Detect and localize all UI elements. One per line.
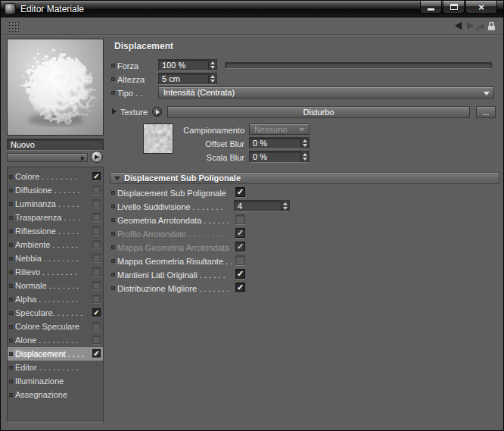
scala-blur-input[interactable]: 0 % bbox=[249, 151, 310, 163]
anim-dot-icon[interactable] bbox=[111, 232, 115, 236]
lock-icon[interactable] bbox=[487, 20, 496, 34]
sidebar-item-riflessione[interactable]: Riflessione . . . . . bbox=[8, 224, 103, 238]
channel-dot-icon bbox=[9, 352, 13, 356]
sidebar-item-editor[interactable]: Editor . . . . . . . . . bbox=[8, 361, 103, 374]
material-name-field[interactable]: Nuovo bbox=[7, 139, 104, 151]
anim-dot-icon[interactable] bbox=[111, 259, 115, 263]
sidebar-item-assegnazione[interactable]: Assegnazione bbox=[8, 388, 103, 401]
sidebar-item-trasparenza[interactable]: Trasparenza . . . . bbox=[8, 211, 103, 224]
sidebar-item-normale[interactable]: Normale . . . . . . . bbox=[8, 279, 103, 292]
row-label: Livello Suddivisione . . . . . . . bbox=[117, 202, 222, 212]
anim-dot-icon[interactable] bbox=[111, 91, 115, 95]
disclosure-triangle-icon[interactable] bbox=[112, 108, 117, 114]
channel-label: Trasparenza . . . . bbox=[15, 213, 80, 222]
stepper[interactable] bbox=[281, 201, 289, 211]
maximize-button[interactable] bbox=[443, 1, 465, 14]
channel-checkbox[interactable] bbox=[92, 281, 101, 289]
sidebar-item-diffusione[interactable]: Diffusione . . . . . . bbox=[8, 183, 103, 197]
channel-label: Alone . . . . . . . . . bbox=[15, 336, 78, 345]
channel-label: Riflessione . . . . . bbox=[15, 226, 79, 236]
sidebar-item-luminanza[interactable]: Luminanza . . . . . bbox=[8, 197, 103, 211]
mappa-geometria-risultante-checkbox[interactable] bbox=[235, 255, 245, 265]
sidebar-item-alone[interactable]: Alone . . . . . . . . . bbox=[8, 333, 103, 347]
channel-checkbox[interactable]: ✓ bbox=[92, 172, 101, 180]
nav-back-icon[interactable] bbox=[455, 22, 462, 30]
anim-dot-icon[interactable] bbox=[111, 218, 115, 222]
nav-forward-icon[interactable] bbox=[467, 22, 474, 30]
anim-dot-icon[interactable] bbox=[111, 191, 115, 195]
texture-expand-button[interactable] bbox=[152, 107, 162, 117]
channel-checkbox[interactable] bbox=[92, 295, 101, 303]
texture-browse-button[interactable]: ... bbox=[476, 106, 496, 118]
spin-up-icon[interactable] bbox=[303, 153, 307, 156]
altezza-label: Altezza bbox=[117, 75, 145, 85]
section-displacement-sub-poligonale[interactable]: Displacement Sub Poligonale bbox=[110, 172, 499, 184]
anim-dot-icon[interactable] bbox=[111, 273, 115, 276]
sidebar-item-colore-speculare[interactable]: Colore Speculare bbox=[8, 320, 103, 333]
forza-input[interactable]: 100 % bbox=[158, 59, 217, 71]
channel-checkbox[interactable] bbox=[92, 336, 101, 344]
sidebar-item-speculare[interactable]: Speculare. . . . . . .✓ bbox=[8, 306, 103, 320]
channel-label: Normale . . . . . . . bbox=[15, 281, 79, 290]
mappa-geometria-arrotondata-checkbox: ✓ bbox=[235, 242, 245, 251]
anim-dot-icon[interactable] bbox=[111, 64, 115, 67]
channel-checkbox[interactable] bbox=[92, 322, 101, 330]
spin-down-icon[interactable] bbox=[303, 158, 307, 161]
anim-dot-icon[interactable] bbox=[111, 245, 115, 249]
tipo-dropdown[interactable]: Intensità (Centrata) bbox=[158, 86, 494, 98]
sidebar-item-rilievo[interactable]: Rilievo . . . . . . . . bbox=[8, 265, 103, 279]
spin-down-icon[interactable] bbox=[210, 80, 215, 83]
channel-label: Nebbia . . . . . . . . bbox=[15, 254, 79, 263]
spin-down-icon[interactable] bbox=[303, 144, 307, 147]
channel-checkbox[interactable]: ✓ bbox=[92, 349, 101, 358]
sidebar-item-nebbia[interactable]: Nebbia . . . . . . . . bbox=[8, 251, 103, 265]
anim-dot-icon[interactable] bbox=[111, 286, 115, 290]
stepper[interactable] bbox=[300, 138, 309, 148]
anim-dot-icon[interactable] bbox=[111, 205, 115, 208]
spin-up-icon[interactable] bbox=[210, 75, 215, 78]
campionamento-dropdown: Nessuno bbox=[249, 123, 310, 135]
sidebar-item-displacement[interactable]: Displacement . . . .✓ bbox=[8, 347, 103, 361]
sidebar-item-alpha[interactable]: Alpha . . . . . . . . . bbox=[8, 292, 103, 306]
channel-checkbox[interactable]: ✓ bbox=[92, 308, 101, 317]
channel-checkbox[interactable] bbox=[92, 213, 101, 221]
stepper[interactable] bbox=[208, 73, 216, 84]
spin-down-icon[interactable] bbox=[283, 207, 288, 210]
picker-button[interactable] bbox=[91, 151, 103, 163]
forza-label: Forza bbox=[117, 61, 138, 71]
mantieni-lati-originali-checkbox[interactable]: ✓ bbox=[235, 269, 245, 279]
stepper[interactable] bbox=[208, 60, 216, 70]
spin-up-icon[interactable] bbox=[210, 61, 215, 64]
window-title: Editor Materiale bbox=[20, 4, 84, 14]
sidebar-item-illuminazione[interactable]: Illuminazione bbox=[8, 374, 103, 388]
channel-checkbox[interactable] bbox=[92, 226, 101, 235]
spin-up-icon[interactable] bbox=[303, 139, 307, 142]
sidebar-item-ambiente[interactable]: Ambiente . . . . . . bbox=[8, 238, 103, 251]
spin-down-icon[interactable] bbox=[210, 66, 215, 69]
channel-checkbox[interactable] bbox=[92, 186, 101, 194]
drag-handle-icon[interactable] bbox=[8, 21, 19, 32]
stepper[interactable] bbox=[300, 151, 309, 162]
minimize-button[interactable] bbox=[420, 1, 442, 14]
channel-label: Colore Speculare bbox=[15, 322, 79, 331]
altezza-input[interactable]: 5 cm bbox=[158, 73, 217, 85]
forza-slider[interactable] bbox=[225, 62, 492, 69]
channel-checkbox[interactable] bbox=[92, 199, 101, 208]
preview-size-button[interactable] bbox=[7, 153, 88, 162]
anim-dot-icon[interactable] bbox=[111, 77, 115, 81]
sidebar-item-colore[interactable]: Colore . . . . . . . .✓ bbox=[8, 170, 103, 183]
sub-poly-checkbox[interactable]: ✓ bbox=[235, 187, 245, 197]
channel-checkbox[interactable] bbox=[92, 240, 101, 248]
jump-arrow-icon[interactable] bbox=[476, 21, 486, 35]
livello-suddivisione-input[interactable]: 4 bbox=[234, 200, 290, 212]
spin-up-icon[interactable] bbox=[283, 202, 288, 205]
material-preview[interactable] bbox=[7, 39, 104, 136]
channel-checkbox[interactable] bbox=[92, 254, 101, 262]
close-button[interactable]: × bbox=[465, 1, 497, 14]
distribuzione-migliore-checkbox[interactable]: ✓ bbox=[235, 283, 245, 292]
channel-checkbox[interactable] bbox=[92, 267, 101, 276]
livello-value: 4 bbox=[238, 201, 281, 211]
geometria-arrotondata-checkbox[interactable] bbox=[235, 214, 245, 224]
offset-blur-input[interactable]: 0 % bbox=[249, 137, 310, 149]
texture-shader-button[interactable]: Disturbo bbox=[167, 106, 470, 118]
